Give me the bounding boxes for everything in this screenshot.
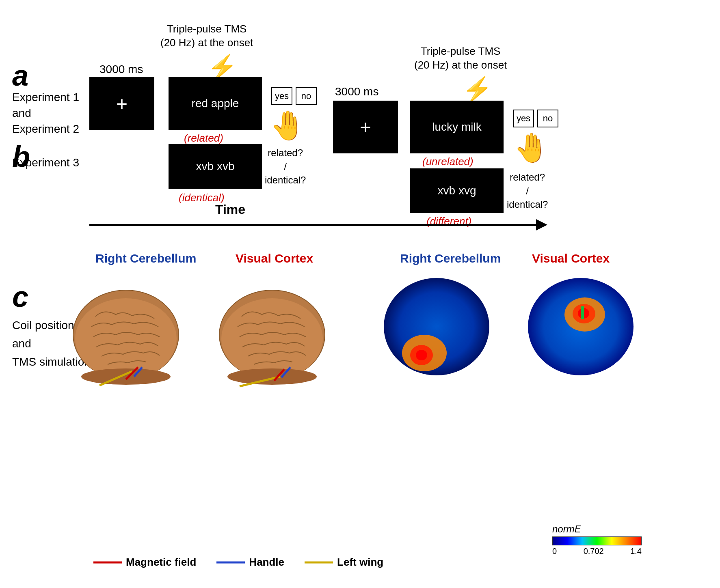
related-label: (related) — [184, 132, 223, 144]
unrelated-label: (unrelated) — [422, 155, 474, 168]
visual-cortex-title-1: Visual Cortex — [236, 252, 313, 265]
handle-line — [216, 560, 245, 565]
visual-cortex-title-2: Visual Cortex — [532, 252, 610, 265]
no-button-left[interactable]: no — [296, 87, 317, 105]
brain-right-cerebellum-1 — [63, 268, 189, 394]
experiment-3-label: Experiment 3 — [12, 156, 79, 169]
handle-legend: Handle — [216, 556, 284, 569]
svg-rect-20 — [581, 306, 584, 319]
xvb-xvb-text: xvb xvb — [196, 160, 235, 173]
svg-point-2 — [81, 368, 171, 385]
fixation-box-2: + — [333, 101, 398, 153]
label-c: c — [12, 280, 28, 313]
ms-label-left: 3000 ms — [99, 63, 143, 76]
hand-cursor-left: 🤚 — [270, 109, 305, 142]
colorbar-container: normE 0 0.702 1.4 — [552, 523, 642, 556]
svg-point-1 — [75, 298, 177, 379]
fixation-cross-1: + — [116, 93, 128, 115]
fixation-cross-2: + — [360, 116, 371, 138]
ms-label-right: 3000 ms — [335, 85, 378, 98]
time-line — [89, 224, 536, 226]
no-button-right[interactable]: no — [537, 110, 558, 127]
brain-right-cerebellum-heatmap — [374, 268, 499, 386]
legend-icons-container: Magnetic field Handle Left wing — [93, 556, 383, 569]
red-apple-text: red apple — [192, 97, 239, 110]
colorbar — [552, 536, 642, 545]
handle-text: Handle — [249, 556, 284, 569]
fixation-box-1: + — [89, 77, 154, 130]
norm-e-label: normE — [552, 523, 642, 535]
colorbar-mid: 0.702 — [584, 547, 604, 556]
figure-container: a b c Experiment 1 and Experiment 2 Expe… — [0, 0, 720, 588]
yes-no-container-right: yes no — [513, 110, 558, 127]
brain-visual-cortex-1 — [209, 268, 335, 394]
hand-cursor-right: 🤚 — [514, 131, 549, 164]
time-label: Time — [215, 202, 245, 217]
left-wing-legend: Left wing — [305, 556, 383, 569]
experiment-1-label: Experiment 1 and Experiment 2 — [12, 89, 79, 137]
colorbar-labels: 0 0.702 1.4 — [552, 547, 642, 556]
right-cerebellum-title-2: Right Cerebellum — [400, 252, 501, 265]
brain-visual-cortex-heatmap — [518, 268, 644, 386]
tms-label-left: Triple-pulse TMS (20 Hz) at the onset — [160, 22, 253, 50]
time-arrow-container — [89, 219, 547, 230]
lucky-milk-text: lucky milk — [432, 121, 481, 134]
time-arrow — [536, 219, 547, 230]
xvb-xvg-text: xvb xvg — [438, 184, 476, 197]
red-apple-box: red apple — [169, 77, 262, 130]
colorbar-min: 0 — [552, 547, 557, 556]
related-identical-text-right: related? / identical? — [507, 170, 548, 211]
magnetic-field-legend: Magnetic field — [93, 556, 196, 569]
yes-no-container-left: yes no — [271, 87, 317, 105]
magnetic-field-text: Magnetic field — [126, 556, 196, 569]
xvb-xvb-box: xvb xvb — [169, 144, 262, 189]
right-cerebellum-title-1: Right Cerebellum — [95, 252, 196, 265]
svg-point-8 — [227, 368, 317, 385]
xvb-xvg-box: xvb xvg — [410, 168, 504, 213]
tms-label-right: Triple-pulse TMS (20 Hz) at the onset — [414, 45, 507, 72]
lucky-milk-box: lucky milk — [410, 101, 504, 153]
related-identical-text-left: related? / identical? — [265, 146, 306, 187]
left-wing-text: Left wing — [337, 556, 383, 569]
label-a: a — [12, 59, 28, 92]
yes-button-right[interactable]: yes — [513, 110, 534, 127]
lightning-bolt-right: ⚡ — [462, 75, 493, 104]
yes-button-left[interactable]: yes — [271, 87, 292, 105]
svg-point-15 — [416, 350, 427, 360]
left-wing-line — [305, 560, 333, 565]
svg-point-7 — [221, 298, 323, 379]
colorbar-max: 1.4 — [630, 547, 642, 556]
magnetic-field-line — [93, 560, 122, 565]
